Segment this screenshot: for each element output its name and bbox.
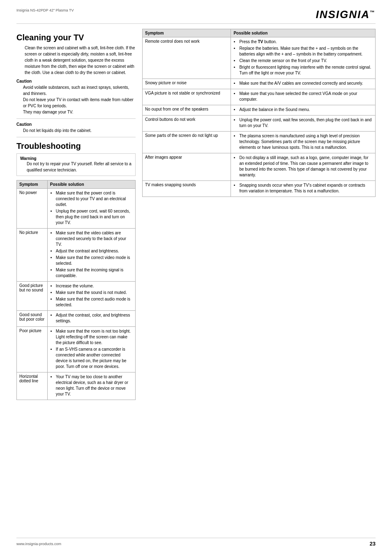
symptom-cell: Poor picture <box>17 327 48 372</box>
divider-2 <box>16 137 136 137</box>
table-row: Good picture but no sound Increase the v… <box>17 282 136 311</box>
model-label: Insignia NS-42PDP 42" Plasma TV <box>16 8 74 12</box>
right-column: Symptom Possible solution Remote control… <box>142 29 376 400</box>
solution-cell: Your TV may be too close to another elec… <box>47 372 135 400</box>
caution-box-1: Caution Avoid volatile substances, such … <box>16 79 136 115</box>
table-row: Some parts of the screen do not light up… <box>143 132 376 153</box>
solution-cell: Adjust the balance in the Sound menu. <box>231 105 376 116</box>
solution-cell: Increase the volume. Make sure that the … <box>47 282 135 311</box>
caution-title-1: Caution <box>16 79 136 83</box>
page-footer: www.insignia-products.com 23 <box>16 538 376 547</box>
symptom-cell: Some parts of the screen do not light up <box>143 132 231 153</box>
right-symptom-table: Symptom Possible solution Remote control… <box>142 29 376 197</box>
table-row: No ouput from one of the speakers Adjust… <box>143 105 376 116</box>
right-col-solution: Possible solution <box>231 29 376 37</box>
table-row: Remote control does not work Press the T… <box>143 37 376 79</box>
table-row: Good sound but poor color Adjust the con… <box>17 311 136 327</box>
solution-cell: Press the TV button. Replace the batteri… <box>231 37 376 79</box>
table-row: TV makes snapping sounds Snapping sounds… <box>143 181 376 197</box>
caution-title-2: Caution <box>16 122 136 127</box>
symptom-cell: Good sound but poor color <box>17 311 48 327</box>
footer-page-number: 23 <box>370 541 376 547</box>
col-symptom: Symptom <box>17 180 48 189</box>
right-col-symptom: Symptom <box>143 29 231 37</box>
page: Insignia NS-42PDP 42" Plasma TV INSIGNIA… <box>0 0 392 555</box>
main-content: Cleaning your TV Clean the screen and ca… <box>16 29 376 400</box>
table-row: Snowy picture or noise Make sure that th… <box>143 79 376 89</box>
caution-text-2: Do not let liquids drip into the cabinet… <box>16 127 136 134</box>
symptom-cell: No power <box>17 189 48 229</box>
insignia-logo: INSIGNIA™ <box>316 8 376 21</box>
solution-cell: Unplug the power cord, wait few seconds,… <box>231 116 376 132</box>
symptom-cell: Horizontal dotted line <box>17 372 48 400</box>
solution-cell: Make sure that the video cables are conn… <box>47 229 135 282</box>
solution-cell: Do not display a still image, such as a … <box>231 153 376 181</box>
table-row: Horizontal dotted line Your TV may be to… <box>17 372 136 400</box>
cleaning-body: Clean the screen and cabinet with a soft… <box>16 45 136 76</box>
symptom-cell: Control buttons do not work <box>143 116 231 132</box>
table-row: Control buttons do not work Unplug the p… <box>143 116 376 132</box>
table-row: Poor picture Make sure that the room is … <box>17 327 136 372</box>
symptom-cell: Snowy picture or noise <box>143 79 231 89</box>
left-column: Cleaning your TV Clean the screen and ca… <box>16 29 136 400</box>
table-row: No power Make sure that the power cord i… <box>17 189 136 229</box>
caution-box-2: Caution Do not let liquids drip into the… <box>16 122 136 134</box>
solution-cell: Adjust the contrast, color, and brightne… <box>47 311 135 327</box>
solution-cell: The plasma screen is manufactured using … <box>231 132 376 153</box>
solution-cell: Make sure that the A/V cables are connec… <box>231 79 376 89</box>
symptom-cell: VGA picture is not stable or synchronize… <box>143 89 231 105</box>
caution-text-1: Avoid volatile substances, such as insec… <box>16 84 136 115</box>
warning-text: Do not try to repair your TV yourself. R… <box>20 161 132 173</box>
solution-cell: Make sure that the room is not too brigh… <box>47 327 135 372</box>
warning-box: Warning Do not try to repair your TV you… <box>16 153 136 176</box>
symptom-cell: TV makes snapping sounds <box>143 181 231 197</box>
solution-cell: Make sure that you have selected the cor… <box>231 89 376 105</box>
divider-1 <box>16 118 136 119</box>
cleaning-title: Cleaning your TV <box>16 33 136 42</box>
table-row: VGA picture is not stable or synchronize… <box>143 89 376 105</box>
page-header: Insignia NS-42PDP 42" Plasma TV INSIGNIA… <box>16 8 376 24</box>
symptom-cell: Remote control does not work <box>143 37 231 79</box>
symptom-cell: After images appear <box>143 153 231 181</box>
troubleshooting-title: Troubleshooting <box>16 141 136 151</box>
table-row: No picture Make sure that the video cabl… <box>17 229 136 282</box>
footer-url: www.insignia-products.com <box>16 542 61 546</box>
table-row: After images appear Do not display a sti… <box>143 153 376 181</box>
solution-cell: Make sure that the power cord is connect… <box>47 189 135 229</box>
symptom-cell: Good picture but no sound <box>17 282 48 311</box>
solution-cell: Snapping sounds occur when your TV's cab… <box>231 181 376 197</box>
warning-title: Warning <box>20 156 132 161</box>
col-solution: Possible solution <box>47 180 135 189</box>
symptom-cell: No picture <box>17 229 48 282</box>
left-symptom-table: Symptom Possible solution No power Make … <box>16 180 136 400</box>
symptom-cell: No ouput from one of the speakers <box>143 105 231 116</box>
